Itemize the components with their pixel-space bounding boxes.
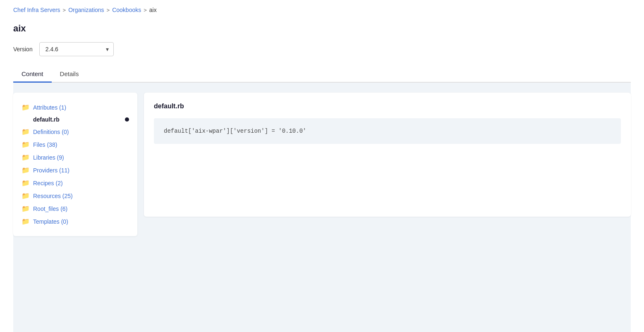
breadcrumb-cookbooks[interactable]: Cookbooks: [112, 7, 141, 13]
breadcrumb-sep-3: >: [144, 7, 147, 13]
folder-label-definitions: Definitions (0): [33, 129, 69, 135]
folder-icon-recipes: 📁: [22, 179, 30, 187]
code-panel-title: default.rb: [154, 103, 621, 110]
breadcrumb-sep-2: >: [107, 7, 110, 13]
folder-label-templates: Templates (0): [33, 218, 68, 225]
tab-details[interactable]: Details: [52, 66, 87, 83]
tabs-row: Content Details: [13, 66, 631, 83]
folder-definitions[interactable]: 📁 Definitions (0): [20, 125, 131, 138]
version-row: Version 2.4.6 2.4.5 2.4.4: [13, 42, 631, 56]
folder-icon-libraries: 📁: [22, 153, 30, 161]
version-select[interactable]: 2.4.6 2.4.5 2.4.4: [39, 42, 114, 56]
folder-label-providers: Providers (11): [33, 167, 69, 174]
folder-label-resources: Resources (25): [33, 193, 73, 199]
breadcrumb-current: aix: [149, 7, 157, 13]
folder-attributes[interactable]: 📁 Attributes (1): [20, 101, 131, 114]
tab-content[interactable]: Content: [13, 66, 52, 83]
folder-resources[interactable]: 📁 Resources (25): [20, 189, 131, 202]
code-panel: default.rb default['aix-wpar']['version'…: [144, 93, 631, 217]
folder-libraries[interactable]: 📁 Libraries (9): [20, 151, 131, 164]
file-label-default-rb: default.rb: [33, 116, 60, 123]
folder-recipes[interactable]: 📁 Recipes (2): [20, 177, 131, 189]
folder-templates[interactable]: 📁 Templates (0): [20, 215, 131, 228]
file-default-rb[interactable]: default.rb: [20, 114, 131, 125]
folder-label-files: Files (38): [33, 141, 57, 148]
file-active-dot: [125, 117, 129, 122]
file-tree: 📁 Attributes (1) default.rb 📁 Definition…: [13, 93, 137, 236]
folder-icon-providers: 📁: [22, 166, 30, 174]
folder-icon-root-files: 📁: [22, 205, 30, 213]
breadcrumb-chef-infra-servers[interactable]: Chef Infra Servers: [13, 7, 60, 13]
version-select-wrapper: 2.4.6 2.4.5 2.4.4: [39, 42, 114, 56]
folder-files[interactable]: 📁 Files (38): [20, 138, 131, 151]
breadcrumb-organizations[interactable]: Organizations: [68, 7, 104, 13]
folder-icon-attributes: 📁: [22, 103, 30, 111]
folder-root-files[interactable]: 📁 Root_files (6): [20, 202, 131, 215]
folder-icon-definitions: 📁: [22, 128, 30, 136]
folder-icon-resources: 📁: [22, 192, 30, 200]
folder-icon-files: 📁: [22, 141, 30, 148]
code-block: default['aix-wpar']['version'] = '0.10.0…: [154, 118, 621, 144]
content-panel: 📁 Attributes (1) default.rb 📁 Definition…: [13, 93, 631, 236]
folder-providers[interactable]: 📁 Providers (11): [20, 164, 131, 177]
folder-icon-templates: 📁: [22, 217, 30, 225]
folder-label-recipes: Recipes (2): [33, 180, 63, 186]
content-area: 📁 Attributes (1) default.rb 📁 Definition…: [13, 83, 631, 332]
page-title: aix: [13, 23, 631, 34]
breadcrumb-sep-1: >: [63, 7, 66, 13]
folder-label-root-files: Root_files (6): [33, 205, 67, 212]
breadcrumb: Chef Infra Servers > Organizations > Coo…: [13, 7, 631, 13]
folder-label-libraries: Libraries (9): [33, 154, 64, 161]
folder-label-attributes: Attributes (1): [33, 104, 66, 111]
version-label: Version: [13, 46, 33, 53]
